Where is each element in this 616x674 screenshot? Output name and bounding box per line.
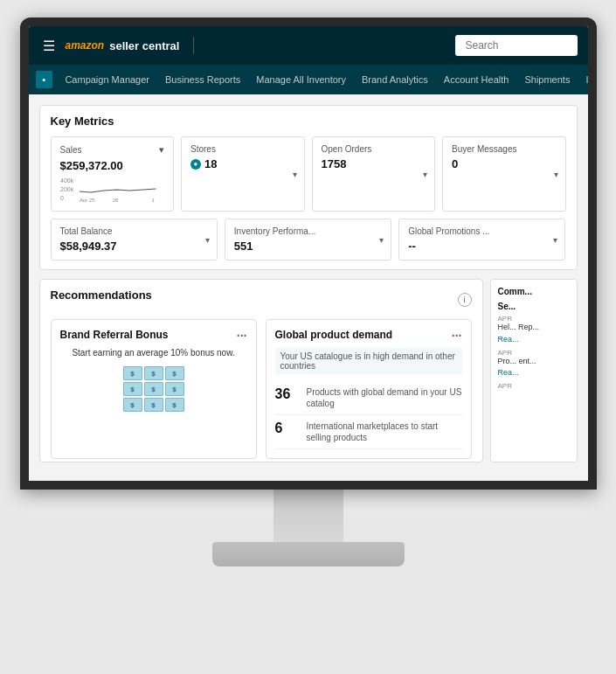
metric-label-open-orders: Open Orders bbox=[322, 144, 426, 154]
inventory-perf-chevron: ▾ bbox=[379, 235, 384, 245]
info-icon[interactable]: i bbox=[458, 293, 472, 307]
money-bill-6: $ bbox=[165, 382, 184, 396]
money-bill-4: $ bbox=[123, 382, 142, 396]
metric-card-open-orders[interactable]: Open Orders 1758 ▾ bbox=[312, 136, 436, 212]
community-date-2: APR bbox=[498, 349, 570, 357]
rec-cards-row: Brand Referral Bonus ··· Start earning a… bbox=[51, 319, 472, 459]
seller-central-text: seller central bbox=[109, 39, 179, 52]
global-demand-ellipsis[interactable]: ··· bbox=[452, 329, 462, 343]
metric-card-stores[interactable]: Stores ● 18 ▾ bbox=[181, 136, 305, 212]
rec-stat-number-36: 36 bbox=[275, 386, 300, 402]
screen-content: ☰ amazon seller central ▪ Campaign Manag… bbox=[29, 26, 588, 481]
rec-card-global-demand-title: Global product demand ··· bbox=[275, 329, 462, 343]
metrics-row-1: Sales ▾ $259,372.00 400k 200k 0 bbox=[51, 136, 566, 212]
nav-item-campaign-manager[interactable]: Campaign Manager bbox=[58, 71, 156, 88]
open-orders-chevron: ▾ bbox=[423, 170, 427, 179]
rec-card-global-demand-subtitle: Your US catalogue is in high demand in o… bbox=[275, 348, 462, 374]
nav-item-account-health[interactable]: Account Health bbox=[437, 71, 516, 88]
rec-card-brand-referral-title: Brand Referral Bonus ··· bbox=[60, 329, 247, 343]
recommendations-section: Recommendations i Brand Referral Bonus ·… bbox=[39, 279, 483, 462]
metric-chart-sales: 400k 200k 0 Apr 25 28 1 bbox=[60, 176, 165, 204]
recommendations-title: Recommendations bbox=[51, 288, 152, 302]
metric-card-global-promotions[interactable]: Global Promotions ... -- ▾ bbox=[398, 219, 565, 261]
monitor-stand-neck bbox=[273, 490, 343, 542]
community-item-3: APR bbox=[498, 382, 570, 390]
stores-icon: ● bbox=[190, 159, 201, 170]
community-item-1: APR Hel... Rep... Rea... bbox=[498, 315, 570, 344]
search-input[interactable] bbox=[455, 35, 578, 56]
rec-stat-label-6: International marketplaces to start sell… bbox=[307, 420, 462, 443]
main-content: Key Metrics Sales ▾ $259,372.00 bbox=[29, 94, 588, 481]
community-date-1: APR bbox=[498, 315, 570, 323]
money-bill-5: $ bbox=[144, 382, 163, 396]
metric-card-buyer-messages[interactable]: Buyer Messages 0 ▾ bbox=[442, 136, 566, 212]
monitor-stand-base bbox=[212, 542, 405, 566]
rec-header: Recommendations i bbox=[51, 288, 472, 310]
svg-text:400k: 400k bbox=[60, 177, 74, 184]
buyer-messages-chevron: ▾ bbox=[554, 170, 558, 179]
svg-text:1: 1 bbox=[151, 198, 155, 202]
nav-item-manage-inventory[interactable]: Manage All Inventory bbox=[249, 71, 353, 88]
nav-item-business-reports[interactable]: Business Reports bbox=[158, 71, 247, 88]
money-bill-7: $ bbox=[123, 398, 142, 412]
rec-stat-row-1: 36 Products with global demand in your U… bbox=[275, 381, 462, 415]
metric-card-total-balance[interactable]: Total Balance $58,949.37 ▾ bbox=[51, 219, 218, 261]
metric-card-sales[interactable]: Sales ▾ $259,372.00 400k 200k 0 bbox=[51, 136, 175, 212]
metric-value-open-orders: 1758 bbox=[322, 157, 426, 170]
monitor-screen: ☰ amazon seller central ▪ Campaign Manag… bbox=[20, 17, 597, 490]
nav-item-brand-analytics[interactable]: Brand Analytics bbox=[355, 71, 435, 88]
metric-label-sales: Sales ▾ bbox=[60, 144, 165, 156]
nav-item-shipments[interactable]: Shipments bbox=[517, 71, 577, 88]
logo-divider bbox=[193, 37, 194, 54]
rec-card-brand-referral-body: Start earning an average 10% bonus now. … bbox=[60, 348, 247, 412]
metric-label-stores: Stores bbox=[190, 144, 295, 154]
rec-stat-number-6: 6 bbox=[275, 420, 300, 436]
nav-item-inventory[interactable]: Inv... bbox=[578, 71, 587, 88]
rec-card-brand-referral: Brand Referral Bonus ··· Start earning a… bbox=[51, 319, 257, 459]
monitor-wrapper: ☰ amazon seller central ▪ Campaign Manag… bbox=[0, 0, 616, 674]
sparkline-svg: 400k 200k 0 Apr 25 28 1 bbox=[60, 176, 165, 202]
metric-label-buyer-messages: Buyer Messages bbox=[452, 144, 557, 154]
community-date-3: APR bbox=[498, 382, 570, 390]
svg-text:28: 28 bbox=[112, 198, 118, 202]
metric-value-buyer-messages: 0 bbox=[452, 157, 557, 170]
metric-value-inventory-perf: 551 bbox=[234, 240, 382, 253]
community-item-2: APR Pro... ent... Rea... bbox=[498, 349, 570, 378]
community-link-1[interactable]: Rea... bbox=[498, 335, 570, 344]
key-metrics-section: Key Metrics Sales ▾ $259,372.00 bbox=[39, 105, 578, 270]
bottom-row: Recommendations i Brand Referral Bonus ·… bbox=[39, 279, 578, 462]
rec-card-global-demand: Global product demand ··· Your US catalo… bbox=[266, 319, 472, 459]
money-bill-1: $ bbox=[123, 366, 142, 380]
money-bill-8: $ bbox=[144, 398, 163, 412]
community-section-label: Se... bbox=[498, 302, 570, 311]
nav-home-icon[interactable]: ▪ bbox=[36, 71, 53, 88]
metric-value-total-balance: $58,949.37 bbox=[60, 240, 208, 253]
svg-text:Apr 25: Apr 25 bbox=[79, 198, 94, 202]
svg-text:0: 0 bbox=[60, 195, 64, 201]
money-bill-3: $ bbox=[165, 366, 184, 380]
logo-area: amazon seller central bbox=[66, 39, 180, 52]
rec-stat-row-2: 6 International marketplaces to start se… bbox=[275, 415, 462, 449]
brand-referral-subtitle: Start earning an average 10% bonus now. bbox=[72, 348, 234, 358]
total-balance-chevron: ▾ bbox=[205, 235, 210, 245]
global-promotions-chevron: ▾ bbox=[553, 235, 557, 245]
metrics-row-2: Total Balance $58,949.37 ▾ Inventory Per… bbox=[51, 219, 566, 261]
community-link-2[interactable]: Rea... bbox=[498, 368, 570, 377]
money-bill-2: $ bbox=[144, 366, 163, 380]
metric-label-inventory-perf: Inventory Performa... bbox=[234, 226, 382, 236]
topbar: ☰ amazon seller central bbox=[29, 26, 588, 65]
community-section: Comm... Se... APR Hel... Rep... Rea... A… bbox=[490, 279, 578, 462]
community-title: Comm... bbox=[498, 287, 570, 296]
community-text-1: Hel... Rep... bbox=[498, 323, 570, 333]
hamburger-icon[interactable]: ☰ bbox=[39, 34, 59, 58]
brand-referral-ellipsis[interactable]: ··· bbox=[237, 329, 247, 343]
metric-value-sales: $259,372.00 bbox=[60, 159, 165, 172]
metric-label-total-balance: Total Balance bbox=[60, 226, 208, 236]
rec-stat-label-36: Products with global demand in your US c… bbox=[307, 386, 462, 409]
money-stack: $ $ $ $ $ $ $ $ $ bbox=[123, 366, 184, 412]
navbar: ▪ Campaign Manager Business Reports Mana… bbox=[29, 65, 588, 94]
community-text-2: Pro... ent... bbox=[498, 357, 570, 367]
metric-value-global-promotions: -- bbox=[408, 240, 556, 253]
metric-card-inventory-perf[interactable]: Inventory Performa... 551 ▾ bbox=[225, 219, 391, 261]
metric-value-stores: ● 18 bbox=[190, 157, 295, 170]
